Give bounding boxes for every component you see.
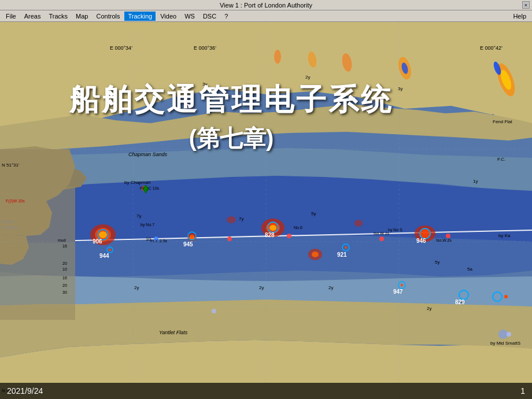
svg-point-28	[99, 231, 107, 238]
svg-text:3y: 3y	[202, 82, 207, 87]
svg-text:7y: 7y	[136, 213, 141, 219]
svg-point-50	[227, 237, 232, 241]
menu-tracks[interactable]: Tracks	[45, 12, 71, 21]
svg-text:947: 947	[393, 289, 403, 295]
svg-point-121	[504, 295, 508, 298]
svg-text:F(2)W 20s: F(2)W 20s	[6, 199, 25, 204]
svg-text:2y: 2y	[305, 75, 310, 80]
svg-point-37	[312, 252, 319, 257]
menu-tracking[interactable]: Tracking	[124, 12, 156, 21]
menu-question[interactable]: ?	[221, 12, 231, 21]
svg-text:7y: 7y	[239, 216, 243, 221]
svg-text:30: 30	[62, 290, 67, 294]
svg-text:Fend Flat: Fend Flat	[493, 119, 513, 124]
svg-text:829: 829	[455, 299, 465, 305]
svg-text:F.C.: F.C.	[497, 157, 505, 162]
svg-text:Iso.W.2s: Iso.W.2s	[436, 238, 452, 242]
menu-video[interactable]: Video	[157, 12, 180, 21]
svg-text:hy No S: hy No S	[388, 228, 402, 232]
svg-text:by Chapman: by Chapman	[124, 180, 150, 185]
svg-text:No.6: No.6	[294, 226, 302, 230]
svg-point-40	[354, 220, 363, 227]
svg-point-56	[507, 332, 511, 337]
svg-point-103	[109, 249, 111, 251]
svg-text:Chapman Sands: Chapman Sands	[128, 152, 168, 157]
svg-text:945: 945	[183, 241, 193, 247]
bottom-bar: 2021/9/24 1	[0, 383, 532, 399]
svg-text:FI.Y. 2.5s: FI.Y. 2.5s	[150, 239, 168, 243]
svg-text:5y: 5y	[311, 211, 316, 216]
svg-point-54	[212, 309, 216, 313]
svg-point-51	[287, 234, 291, 238]
menu-areas[interactable]: Areas	[21, 12, 45, 21]
menu-help[interactable]: Help	[509, 12, 530, 21]
svg-text:2y: 2y	[328, 285, 333, 290]
svg-text:5a: 5a	[467, 267, 472, 272]
svg-text:by Mid SmattS: by Mid SmattS	[490, 341, 520, 346]
svg-text:20: 20	[62, 283, 67, 287]
svg-text:THAMES: THAMES	[1, 226, 19, 230]
menu-bar: File Areas Tracks Map Controls Tracking …	[0, 10, 532, 22]
svg-text:921: 921	[337, 252, 347, 258]
svg-rect-18	[0, 187, 75, 320]
title-bar: View 1 : Port of London Authority ×	[0, 0, 532, 10]
svg-text:2y: 2y	[259, 285, 264, 290]
svg-text:1y: 1y	[473, 179, 478, 184]
date-label: 2021/9/24	[7, 386, 43, 396]
page-number: 1	[520, 386, 525, 396]
menu-dsc[interactable]: DSC	[200, 12, 220, 21]
svg-point-53	[446, 234, 450, 238]
menu-ws[interactable]: WS	[181, 12, 198, 21]
svg-point-118	[401, 284, 403, 286]
svg-text:946: 946	[416, 238, 426, 244]
menu-map[interactable]: Map	[72, 12, 91, 21]
menu-controls[interactable]: Controls	[93, 12, 123, 21]
close-button[interactable]: ×	[522, 1, 530, 9]
svg-text:Iso.W 2s: Iso.W 2s	[374, 231, 390, 235]
svg-text:16: 16	[62, 244, 67, 248]
svg-text:E 000°34': E 000°34'	[110, 45, 132, 51]
svg-text:20: 20	[62, 261, 67, 265]
svg-text:Yantlet Flats: Yantlet Flats	[159, 330, 188, 335]
svg-point-111	[345, 246, 347, 249]
svg-text:E 000°36': E 000°36'	[194, 45, 216, 51]
svg-point-38	[227, 216, 236, 223]
svg-text:by Ka: by Ka	[498, 233, 511, 238]
menu-file[interactable]: File	[2, 12, 20, 21]
svg-text:2y: 2y	[134, 285, 139, 290]
svg-text:16: 16	[62, 276, 67, 280]
svg-text:RIVER: RIVER	[1, 220, 13, 224]
svg-point-48	[274, 50, 281, 64]
svg-text:mud: mud	[58, 238, 66, 242]
svg-text:3y: 3y	[398, 86, 402, 91]
svg-point-52	[379, 237, 384, 241]
svg-text:FI(3)C 10s: FI(3)C 10s	[140, 186, 160, 191]
svg-point-55	[498, 330, 508, 339]
map-container[interactable]: E 000°34' E 000°36' E 000°42' N 51°31' N…	[0, 22, 532, 399]
svg-text:N 51°31': N 51°31'	[2, 162, 20, 168]
map-svg: E 000°34' E 000°36' E 000°42' N 51°31' N…	[0, 22, 532, 399]
svg-text:944: 944	[99, 253, 109, 259]
svg-point-33	[269, 225, 276, 231]
svg-text:2y: 2y	[427, 306, 431, 311]
svg-text:10: 10	[62, 267, 67, 271]
svg-text:906: 906	[93, 238, 102, 245]
svg-text:E 000°42': E 000°42'	[480, 45, 503, 51]
svg-point-106	[191, 235, 193, 237]
svg-text:by No.7: by No.7	[141, 223, 154, 227]
svg-text:5y: 5y	[435, 260, 439, 265]
svg-text:828: 828	[265, 232, 275, 238]
window-title: View 1 : Port of London Authority	[220, 2, 312, 9]
